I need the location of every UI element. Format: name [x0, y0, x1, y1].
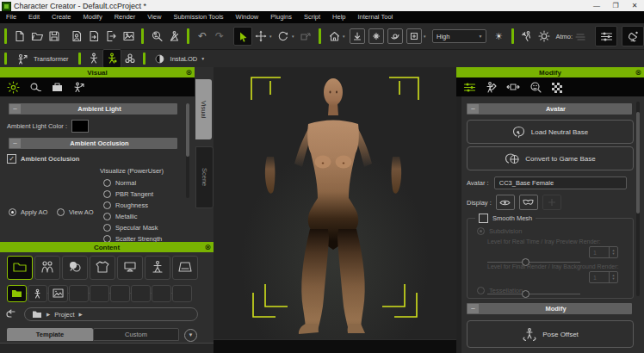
- save-project-icon[interactable]: [46, 28, 63, 45]
- menu-file[interactable]: File: [0, 11, 22, 23]
- spinner-arrows-icon[interactable]: ▲▼: [609, 272, 617, 282]
- tab-template[interactable]: Template: [7, 328, 93, 341]
- category-material-button[interactable]: [62, 256, 88, 280]
- move-tool-icon[interactable]: [252, 28, 269, 45]
- fog-icon[interactable]: [573, 28, 590, 45]
- edit-pose-icon[interactable]: [85, 50, 102, 67]
- camera-frame-icon[interactable]: [406, 28, 422, 44]
- subslot-empty-3[interactable]: [110, 285, 130, 302]
- menu-submission-tools[interactable]: Submission Tools: [167, 11, 229, 23]
- export-icon[interactable]: [102, 28, 120, 45]
- quality-dropdown[interactable]: High ▼: [432, 29, 486, 43]
- radio-view-ao[interactable]: View AO: [57, 208, 94, 216]
- merge-icon[interactable]: [85, 28, 102, 45]
- undo-icon[interactable]: ↶: [194, 28, 211, 45]
- camera-icon[interactable]: [28, 81, 42, 93]
- pose-reset-icon[interactable]: [72, 81, 85, 94]
- subslot-empty-6[interactable]: [172, 285, 192, 302]
- breadcrumb-project[interactable]: Project: [54, 311, 74, 319]
- category-project-button[interactable]: [7, 256, 33, 280]
- smooth-mesh-checkbox[interactable]: Smooth Mesh: [475, 214, 536, 223]
- menu-view[interactable]: View: [141, 11, 167, 23]
- side-tab-scene[interactable]: Scene: [195, 146, 214, 208]
- ambient-light-color-swatch[interactable]: [71, 120, 89, 133]
- orbit-camera-icon[interactable]: [387, 28, 403, 44]
- collapse-icon[interactable]: –: [468, 304, 479, 313]
- category-accessory-button[interactable]: [117, 256, 143, 280]
- character-effect-icon[interactable]: [518, 28, 536, 45]
- radio-subdivision[interactable]: Subdivision: [477, 227, 522, 235]
- edit-character-icon[interactable]: [486, 81, 497, 93]
- tab-custom[interactable]: Custom: [93, 328, 179, 341]
- radio-tessellation[interactable]: Tessellation: [477, 287, 523, 294]
- skin-weight-icon[interactable]: [121, 50, 139, 67]
- menu-render[interactable]: Render: [108, 11, 142, 23]
- instalod-button[interactable]: InstaLOD ▼: [150, 54, 211, 64]
- min-camera-icon[interactable]: [350, 28, 365, 44]
- open-project-icon[interactable]: [28, 28, 46, 45]
- render-dish-icon[interactable]: [622, 26, 644, 46]
- subslot-folder[interactable]: [7, 285, 27, 302]
- texture-checker-icon[interactable]: [551, 82, 562, 93]
- subslot-empty-2[interactable]: [90, 285, 109, 302]
- radio-metallic[interactable]: Metallic: [103, 213, 137, 220]
- home-view-icon[interactable]: [325, 28, 343, 45]
- subslot-empty-4[interactable]: [131, 285, 151, 302]
- subslot-avatar[interactable]: [28, 285, 47, 302]
- menu-modify[interactable]: Modify: [77, 11, 108, 23]
- collapse-icon[interactable]: –: [9, 139, 21, 148]
- expand-chevron-icon[interactable]: ▼: [184, 329, 197, 342]
- category-character-button[interactable]: [34, 256, 60, 280]
- modify-scrollbar[interactable]: [636, 102, 640, 296]
- radio-normal[interactable]: Normal: [103, 179, 136, 187]
- menu-create[interactable]: Create: [46, 11, 77, 23]
- redo-icon[interactable]: ↷: [211, 28, 228, 45]
- render-image-icon[interactable]: [120, 28, 137, 45]
- viewport-3d[interactable]: [214, 67, 456, 353]
- transformer-button[interactable]: Transformer: [11, 53, 74, 65]
- fit-camera-icon[interactable]: [368, 28, 384, 44]
- collapse-icon[interactable]: –: [468, 104, 479, 114]
- subslot-empty-1[interactable]: [69, 285, 89, 302]
- load-neutral-base-button[interactable]: Load Neutral Base: [467, 120, 634, 144]
- category-cloth-button[interactable]: [90, 256, 115, 280]
- new-project-icon[interactable]: [11, 28, 28, 45]
- atmosphere-gear-icon[interactable]: [536, 28, 553, 45]
- close-icon[interactable]: ⊗: [635, 67, 641, 77]
- pivot-tool-icon[interactable]: [165, 28, 183, 45]
- import-icon[interactable]: [68, 28, 85, 45]
- preview-light-icon[interactable]: ☀: [490, 28, 507, 45]
- display-settings-icon[interactable]: [7, 81, 20, 94]
- menu-window[interactable]: Window: [230, 11, 265, 23]
- attribute-sliders-icon[interactable]: [463, 82, 476, 93]
- category-stage-button[interactable]: [172, 256, 198, 280]
- edit-mesh-icon[interactable]: [102, 49, 121, 68]
- minimize-button[interactable]: —: [587, 0, 606, 11]
- display-mask-button[interactable]: [519, 195, 538, 210]
- pose-offset-button[interactable]: Pose Offset: [467, 320, 634, 348]
- menu-script[interactable]: Script: [298, 11, 326, 23]
- display-extra-button[interactable]: [542, 195, 561, 210]
- convert-to-game-base-button[interactable]: Convert to Game Base: [467, 146, 634, 170]
- radio-roughness[interactable]: Roughness: [103, 201, 148, 209]
- side-tab-visual[interactable]: Visual: [195, 79, 212, 139]
- avatar-name-field[interactable]: [494, 176, 627, 189]
- subslot-empty-5[interactable]: [152, 285, 171, 302]
- close-icon[interactable]: ⊗: [185, 67, 192, 77]
- back-button[interactable]: [5, 309, 19, 321]
- radio-specular-mask[interactable]: Specular Mask: [103, 224, 158, 232]
- scale-tool-icon[interactable]: [297, 28, 314, 45]
- close-icon[interactable]: ⊗: [204, 242, 211, 252]
- menu-internal-tool[interactable]: Internal Tool: [352, 11, 399, 23]
- morph-icon[interactable]: [506, 82, 520, 92]
- category-animation-button[interactable]: [145, 256, 170, 280]
- subslot-image[interactable]: [48, 285, 68, 302]
- select-tool-icon[interactable]: [233, 27, 252, 46]
- spinner-arrows-icon[interactable]: ▲▼: [609, 247, 617, 257]
- collapse-icon[interactable]: –: [9, 104, 21, 114]
- menu-help[interactable]: Help: [326, 11, 351, 23]
- menu-plugins[interactable]: Plugins: [264, 11, 298, 23]
- radio-apply-ao[interactable]: Apply AO: [9, 208, 47, 216]
- realtime-level-spinner[interactable]: 1 ▲▼: [589, 246, 618, 258]
- radio-pbr-tangent[interactable]: PBR Tangent: [103, 190, 153, 198]
